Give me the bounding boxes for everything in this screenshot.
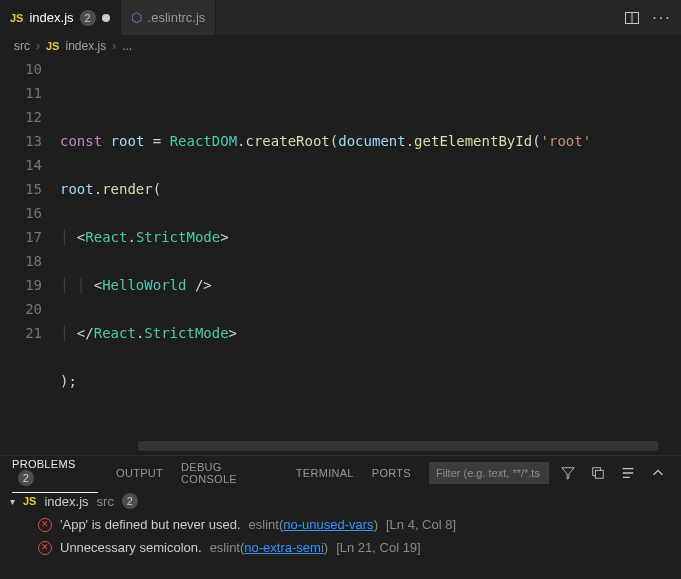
panel-tab-problems[interactable]: PROBLEMS 2: [12, 458, 98, 493]
line-number-gutter: 101112 131415 161718 192021: [0, 57, 60, 455]
code-editor[interactable]: 101112 131415 161718 192021 const root =…: [0, 57, 681, 455]
error-icon: ✕: [38, 518, 52, 532]
chevron-up-icon[interactable]: [647, 462, 669, 484]
editor-tab-bar: JS index.js 2 ⬡ .eslintrc.js ···: [0, 0, 681, 35]
problem-rule-link[interactable]: no-extra-semi: [244, 540, 323, 555]
svg-rect-3: [595, 470, 603, 478]
filter-icon[interactable]: [557, 462, 579, 484]
more-actions-icon[interactable]: ···: [651, 7, 673, 29]
javascript-icon: JS: [23, 495, 36, 507]
javascript-icon: JS: [10, 12, 23, 24]
file-name: index.js: [44, 494, 88, 509]
panel-tab-output[interactable]: OUTPUT: [116, 467, 163, 479]
problems-filter-input[interactable]: [429, 462, 549, 484]
problem-item[interactable]: ✕ 'App' is defined but never used. eslin…: [0, 513, 681, 536]
breadcrumb-segment[interactable]: index.js: [65, 39, 106, 53]
unsaved-dot-icon: [102, 14, 110, 22]
collapse-all-icon[interactable]: [587, 462, 609, 484]
problem-source: eslint(no-extra-semi): [210, 540, 329, 555]
panel-tab-terminal[interactable]: TERMINAL: [296, 467, 354, 479]
problem-source: eslint(no-unused-vars): [249, 517, 378, 532]
problems-list: ▾ JS index.js src 2 ✕ 'App' is defined b…: [0, 489, 681, 579]
chevron-down-icon[interactable]: ▾: [10, 496, 15, 507]
panel-tab-ports[interactable]: PORTS: [372, 467, 411, 479]
problem-item[interactable]: ✕ Unnecessary semicolon. eslint(no-extra…: [0, 536, 681, 559]
file-folder: src: [97, 494, 114, 509]
problem-message: Unnecessary semicolon.: [60, 540, 202, 555]
breadcrumb[interactable]: src › JS index.js › ...: [0, 35, 681, 57]
breadcrumb-segment[interactable]: ...: [122, 39, 132, 53]
code-content[interactable]: const root = ReactDOM.createRoot(documen…: [60, 57, 681, 455]
breadcrumb-segment[interactable]: src: [14, 39, 30, 53]
tab-index-js[interactable]: JS index.js 2: [0, 0, 121, 35]
error-icon: ✕: [38, 541, 52, 555]
tab-eslintrc-js[interactable]: ⬡ .eslintrc.js: [121, 0, 217, 35]
problems-file-group[interactable]: ▾ JS index.js src 2: [0, 489, 681, 513]
panel-tab-debug-console[interactable]: DEBUG CONSOLE: [181, 461, 278, 485]
problem-rule-link[interactable]: no-unused-vars: [283, 517, 373, 532]
problem-location: [Ln 21, Col 19]: [336, 540, 421, 555]
split-editor-icon[interactable]: [621, 7, 643, 29]
javascript-icon: JS: [46, 40, 59, 52]
tab-label: index.js: [29, 10, 73, 25]
tab-label: .eslintrc.js: [148, 10, 206, 25]
view-as-list-icon[interactable]: [617, 462, 639, 484]
eslint-icon: ⬡: [131, 10, 142, 25]
file-problem-count-badge: 2: [122, 493, 138, 509]
horizontal-scrollbar[interactable]: [138, 441, 658, 451]
chevron-right-icon: ›: [36, 39, 40, 53]
problems-count-badge: 2: [18, 470, 34, 486]
problem-message: 'App' is defined but never used.: [60, 517, 241, 532]
problem-location: [Ln 4, Col 8]: [386, 517, 456, 532]
panel-tab-bar: PROBLEMS 2 OUTPUT DEBUG CONSOLE TERMINAL…: [0, 456, 681, 489]
chevron-right-icon: ›: [112, 39, 116, 53]
tab-problem-badge: 2: [80, 10, 96, 26]
bottom-panel: PROBLEMS 2 OUTPUT DEBUG CONSOLE TERMINAL…: [0, 455, 681, 579]
